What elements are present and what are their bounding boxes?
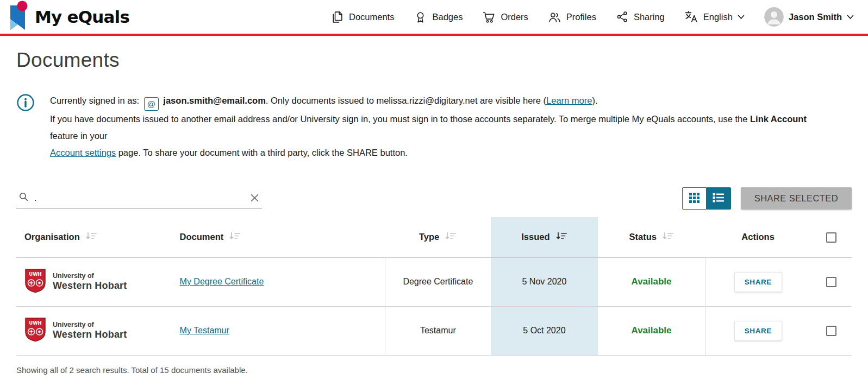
select-all-checkbox[interactable] bbox=[826, 232, 836, 243]
document-header-label: Document bbox=[180, 232, 224, 242]
organisation-name: University of Western Hobart bbox=[53, 272, 127, 291]
documents-icon bbox=[330, 10, 344, 24]
grid-view-icon bbox=[689, 192, 700, 205]
document-cell: My Testamur bbox=[172, 306, 385, 355]
type-cell: Degree Certificate bbox=[385, 257, 491, 306]
chevron-down-icon bbox=[847, 15, 854, 20]
signed-in-email: jason.smith@email.com bbox=[163, 96, 265, 105]
issued-header-label: Issued bbox=[521, 232, 549, 242]
nav-label-orders: Orders bbox=[501, 12, 528, 22]
share-button[interactable]: SHARE bbox=[734, 321, 782, 341]
share-selected-button[interactable]: SHARE SELECTED bbox=[741, 187, 852, 210]
select-cell bbox=[810, 306, 852, 355]
language-label: English bbox=[703, 12, 733, 22]
row-checkbox[interactable] bbox=[826, 277, 836, 287]
status-badge: Available bbox=[632, 325, 672, 336]
status-badge: Available bbox=[632, 276, 672, 287]
type-cell: Testamur bbox=[385, 306, 491, 355]
brand-bookmark-icon bbox=[8, 1, 29, 33]
documents-table: Organisation Document Type bbox=[16, 217, 852, 356]
column-header-select bbox=[810, 217, 852, 257]
nav-label-documents: Documents bbox=[349, 12, 394, 22]
university-shield-logo: UWH bbox=[24, 268, 46, 296]
nav-item-sharing[interactable]: Sharing bbox=[616, 10, 665, 23]
nav-item-badges[interactable]: Badges bbox=[414, 10, 463, 24]
actions-cell: SHARE bbox=[705, 257, 811, 306]
search-icon bbox=[18, 192, 29, 204]
status-cell: Available bbox=[598, 257, 705, 306]
sort-icon-status bbox=[662, 232, 674, 242]
column-header-type[interactable]: Type bbox=[385, 217, 491, 257]
nav-item-documents[interactable]: Documents bbox=[330, 10, 394, 24]
actions-cell: SHARE bbox=[705, 306, 811, 355]
toolbar-right-group: SHARE SELECTED bbox=[682, 187, 852, 210]
info-icon bbox=[16, 93, 35, 161]
language-selector[interactable]: English bbox=[684, 10, 745, 24]
svg-text:UWH: UWH bbox=[29, 320, 41, 325]
search-box bbox=[16, 188, 262, 208]
badges-icon bbox=[414, 10, 427, 24]
table-row: UWH University of Western Hobart bbox=[16, 257, 852, 306]
main-nav: Documents Badges Orders bbox=[330, 7, 854, 27]
table-header-row: Organisation Document Type bbox=[16, 217, 852, 257]
organisation-name-line1: University of bbox=[53, 272, 127, 280]
signed-in-prefix: Currently signed in as: bbox=[50, 96, 139, 105]
info-line2-end: feature in your bbox=[50, 131, 107, 141]
top-navigation-bar: My eQuals Documents Badges bbox=[0, 0, 868, 36]
column-header-document[interactable]: Document bbox=[172, 217, 385, 257]
nav-item-orders[interactable]: Orders bbox=[482, 10, 528, 24]
university-shield-logo: UWH bbox=[24, 317, 46, 345]
view-toggle bbox=[682, 187, 731, 210]
status-cell: Available bbox=[598, 306, 705, 355]
orders-cart-icon bbox=[482, 10, 496, 24]
nav-item-profiles[interactable]: Profiles bbox=[548, 10, 596, 24]
document-cell: My Degree Certificate bbox=[172, 257, 385, 306]
row-checkbox[interactable] bbox=[826, 326, 836, 336]
info-line-3: Account settings page. To share your doc… bbox=[50, 144, 822, 161]
column-header-organisation[interactable]: Organisation bbox=[16, 217, 172, 257]
sort-icon-organisation bbox=[85, 232, 97, 242]
info-line3-end: page. To share your document with a thir… bbox=[118, 148, 408, 157]
nav-label-sharing: Sharing bbox=[634, 12, 665, 22]
documents-page: Documents Currently signed in as: @ jaso… bbox=[0, 49, 868, 375]
organisation-name-line2: Western Hobart bbox=[53, 329, 127, 340]
results-summary: Showing all of 2 search results. Total o… bbox=[16, 365, 852, 375]
clear-search-button[interactable] bbox=[249, 193, 260, 203]
info-text: Currently signed in as: @ jason.smith@em… bbox=[50, 92, 822, 161]
sharing-icon bbox=[616, 10, 629, 23]
nav-label-badges: Badges bbox=[432, 12, 463, 22]
account-settings-link[interactable]: Account settings bbox=[50, 148, 116, 157]
share-button[interactable]: SHARE bbox=[734, 272, 782, 292]
info-after-email: . Only documents issued to melissa.rizzi… bbox=[266, 96, 546, 105]
document-link[interactable]: My Testamur bbox=[180, 326, 229, 335]
column-header-actions: Actions bbox=[705, 217, 811, 257]
info-line-2: If you have documents issued to another … bbox=[50, 111, 822, 144]
search-input[interactable] bbox=[34, 193, 244, 203]
user-name: Jason Smith bbox=[789, 12, 842, 22]
learn-more-link[interactable]: Learn more bbox=[546, 96, 592, 105]
column-header-status[interactable]: Status bbox=[598, 217, 705, 257]
issued-cell: 5 Oct 2020 bbox=[491, 306, 598, 355]
sort-icon-document bbox=[229, 232, 241, 242]
translate-icon bbox=[684, 10, 698, 24]
info-banner: Currently signed in as: @ jason.smith@em… bbox=[16, 92, 852, 161]
grid-view-button[interactable] bbox=[682, 187, 707, 210]
column-header-issued[interactable]: Issued bbox=[491, 217, 598, 257]
list-view-button[interactable] bbox=[707, 187, 731, 210]
organisation-cell: UWH University of Western Hobart bbox=[16, 257, 172, 306]
table-row: UWH University of Western Hobart bbox=[16, 306, 852, 355]
sort-icon-issued-active bbox=[555, 232, 567, 242]
user-menu[interactable]: Jason Smith bbox=[764, 7, 854, 27]
list-view-icon bbox=[713, 192, 725, 205]
link-account-emphasis: Link Account bbox=[750, 114, 807, 124]
issued-cell: 5 Nov 2020 bbox=[491, 257, 598, 306]
documents-toolbar: SHARE SELECTED bbox=[16, 187, 852, 210]
email-at-icon: @ bbox=[144, 97, 159, 111]
document-link[interactable]: My Degree Certificate bbox=[180, 277, 264, 286]
type-header-label: Type bbox=[419, 232, 439, 242]
chevron-down-icon bbox=[738, 15, 745, 20]
brand-name: My eQuals bbox=[35, 7, 129, 27]
my-equals-logo[interactable]: My eQuals bbox=[8, 1, 129, 33]
organisation-name: University of Western Hobart bbox=[53, 321, 127, 340]
user-avatar bbox=[764, 7, 784, 27]
